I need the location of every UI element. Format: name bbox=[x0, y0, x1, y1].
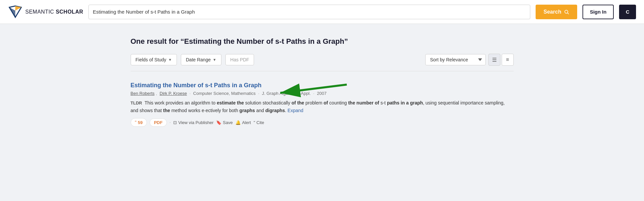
list-view-button[interactable]: ☰ bbox=[488, 54, 500, 66]
paper-venue: J. Graph Algorithms Appl. bbox=[262, 91, 311, 96]
action-bar: " 59 PDF · ⊡ View via Publisher 🔖 Save 🔔… bbox=[131, 118, 514, 127]
sort-area: Sort by RelevanceSort by Date (Newest)So… bbox=[425, 54, 514, 66]
cite-icon: " bbox=[254, 120, 255, 125]
pdf-badge[interactable]: PDF bbox=[150, 118, 167, 127]
paper-fields: Computer Science, Mathematics bbox=[193, 91, 256, 96]
alert-button[interactable]: 🔔 Alert bbox=[235, 120, 251, 125]
logo-text: SEMANTIC SCHOLAR bbox=[25, 9, 83, 15]
chevron-down-icon: ▼ bbox=[213, 58, 216, 62]
has-pdf-filter[interactable]: Has PDF bbox=[225, 54, 254, 65]
grid-icon: ≡ bbox=[506, 57, 509, 63]
alert-icon: 🔔 bbox=[235, 120, 241, 125]
date-range-label: Date Range bbox=[186, 57, 211, 62]
result-card: Estimating the Number of s-t Paths in a … bbox=[131, 79, 514, 135]
fields-of-study-filter[interactable]: Fields of Study ▼ bbox=[131, 54, 177, 65]
view-publisher-icon: ⊡ bbox=[173, 120, 177, 125]
svg-line-4 bbox=[568, 13, 569, 14]
chevron-down-icon: ▼ bbox=[168, 58, 172, 62]
sort-select[interactable]: Sort by RelevanceSort by Date (Newest)So… bbox=[425, 54, 486, 65]
logo-icon bbox=[8, 5, 23, 19]
create-account-button[interactable]: C bbox=[619, 5, 636, 19]
save-button[interactable]: 🔖 Save bbox=[216, 120, 233, 125]
search-icon bbox=[564, 9, 569, 15]
date-range-filter[interactable]: Date Range ▼ bbox=[181, 54, 221, 65]
tldr-text: This work provides an algorithm to estim… bbox=[131, 100, 505, 113]
logo[interactable]: SEMANTIC SCHOLAR bbox=[8, 5, 83, 19]
svg-point-3 bbox=[565, 10, 568, 13]
paper-year: 2007 bbox=[317, 91, 326, 96]
view-publisher-button[interactable]: ⊡ View via Publisher bbox=[173, 120, 213, 125]
list-icon: ☰ bbox=[492, 57, 497, 63]
header: SEMANTIC SCHOLAR Search Sign In C bbox=[0, 0, 644, 24]
paper-title[interactable]: Estimating the Number of s-t Paths in a … bbox=[131, 82, 262, 89]
tldr-section: TLDR This work provides an algorithm to … bbox=[131, 99, 514, 114]
author-2[interactable]: Dirk P. Kroese bbox=[160, 91, 187, 96]
filter-bar: Fields of Study ▼ Date Range ▼ Has PDF S… bbox=[131, 54, 514, 71]
view-toggle: ☰ ≡ bbox=[488, 54, 514, 66]
citation-quote-icon: " bbox=[135, 120, 137, 125]
citations-badge[interactable]: " 59 bbox=[131, 118, 147, 127]
citation-count: 59 bbox=[138, 120, 142, 125]
main-content: One result for “Estimating the Number of… bbox=[123, 24, 522, 143]
author-1[interactable]: Ben Roberts bbox=[131, 91, 155, 96]
sign-in-button[interactable]: Sign In bbox=[582, 5, 614, 19]
search-input[interactable] bbox=[93, 9, 526, 15]
expand-link[interactable]: Expand bbox=[288, 108, 303, 113]
save-icon: 🔖 bbox=[216, 120, 221, 125]
tldr-label: TLDR bbox=[131, 100, 142, 105]
cite-button[interactable]: " Cite bbox=[254, 120, 264, 125]
search-label: Search bbox=[544, 9, 561, 15]
search-bar bbox=[88, 5, 530, 19]
separator-dot: · bbox=[170, 120, 171, 125]
grid-view-button[interactable]: ≡ bbox=[502, 54, 514, 66]
results-heading: One result for “Estimating the Number of… bbox=[131, 37, 514, 46]
search-button[interactable]: Search bbox=[536, 5, 577, 19]
paper-meta: Ben Roberts, Dirk P. Kroese · Computer S… bbox=[131, 91, 514, 96]
fields-of-study-label: Fields of Study bbox=[136, 57, 167, 62]
